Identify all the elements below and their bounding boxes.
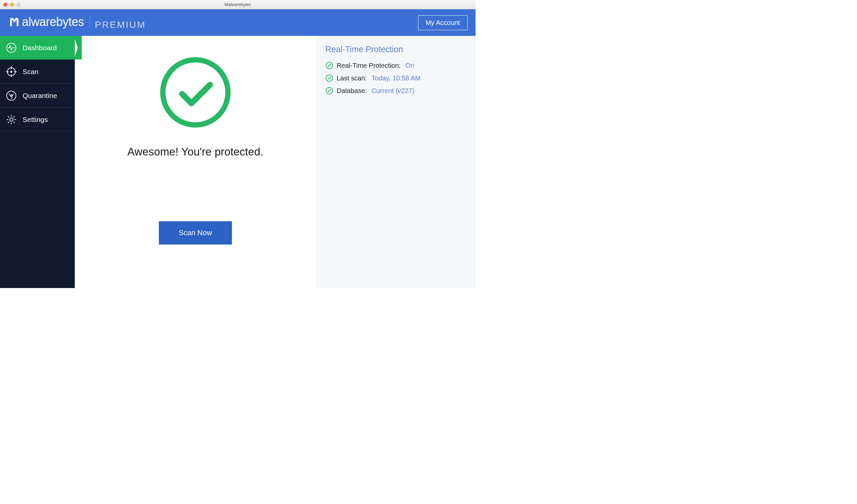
dashboard-center: Awesome! You're protected. Scan Now bbox=[75, 36, 316, 288]
svg-line-18 bbox=[14, 116, 15, 118]
heartbeat-icon bbox=[6, 43, 17, 53]
status-row-realtime: Real-Time Protection: On bbox=[325, 62, 466, 69]
sidebar-item-settings[interactable]: Settings bbox=[0, 108, 75, 132]
app-header: alwarebytes PREMIUM My Account bbox=[0, 9, 475, 36]
sidebar-item-label: Quarantine bbox=[22, 92, 57, 100]
scan-now-button[interactable]: Scan Now bbox=[159, 221, 232, 245]
status-label: Last scan: bbox=[337, 74, 367, 82]
app-window: Malwarebytes alwarebytes PREMIUM My Acco… bbox=[0, 0, 475, 288]
status-value: On bbox=[405, 62, 414, 69]
app-body: Dashboard Scan bbox=[0, 36, 475, 288]
status-row-database: Database: Current (v227) bbox=[325, 87, 466, 95]
sidebar-item-label: Dashboard bbox=[22, 44, 57, 52]
check-circle-icon bbox=[325, 87, 333, 95]
brand-separator bbox=[89, 17, 90, 28]
brand-text: alwarebytes bbox=[22, 15, 84, 29]
sidebar-item-label: Settings bbox=[22, 116, 48, 123]
svg-line-17 bbox=[8, 122, 9, 123]
main-content: Awesome! You're protected. Scan Now Real… bbox=[75, 36, 475, 288]
window-title: Malwarebytes bbox=[0, 2, 475, 7]
status-row-lastscan: Last scan: Today, 10:58 AM bbox=[325, 74, 466, 82]
brand: alwarebytes PREMIUM bbox=[8, 15, 146, 30]
svg-line-16 bbox=[14, 122, 15, 123]
biohazard-icon bbox=[6, 90, 17, 101]
product-tier: PREMIUM bbox=[95, 20, 146, 30]
status-label: Real-Time Protection: bbox=[337, 62, 401, 69]
svg-point-19 bbox=[163, 60, 228, 125]
protection-headline: Awesome! You're protected. bbox=[127, 146, 263, 158]
malwarebytes-m-icon bbox=[8, 16, 21, 28]
right-panel-title: Real-Time Protection bbox=[325, 45, 466, 54]
sidebar-item-quarantine[interactable]: Quarantine bbox=[0, 84, 75, 108]
check-circle-icon bbox=[325, 74, 333, 82]
my-account-button[interactable]: My Account bbox=[418, 15, 468, 30]
gear-icon bbox=[6, 114, 17, 125]
protected-check-icon bbox=[159, 56, 232, 129]
titlebar: Malwarebytes bbox=[0, 0, 475, 9]
target-icon bbox=[6, 66, 17, 77]
check-circle-icon bbox=[325, 62, 333, 69]
svg-line-15 bbox=[8, 116, 9, 118]
brand-logo: alwarebytes bbox=[8, 15, 84, 29]
status-value: Current (v227) bbox=[371, 87, 414, 95]
svg-point-10 bbox=[10, 118, 13, 121]
right-panel: Real-Time Protection Real-Time Protectio… bbox=[316, 36, 475, 288]
status-value: Today, 10:58 AM bbox=[371, 74, 421, 82]
status-label: Database: bbox=[337, 87, 367, 95]
sidebar: Dashboard Scan bbox=[0, 36, 75, 288]
svg-point-3 bbox=[10, 71, 12, 73]
sidebar-item-label: Scan bbox=[22, 68, 38, 76]
sidebar-item-dashboard[interactable]: Dashboard bbox=[0, 36, 75, 60]
sidebar-item-scan[interactable]: Scan bbox=[0, 60, 75, 84]
